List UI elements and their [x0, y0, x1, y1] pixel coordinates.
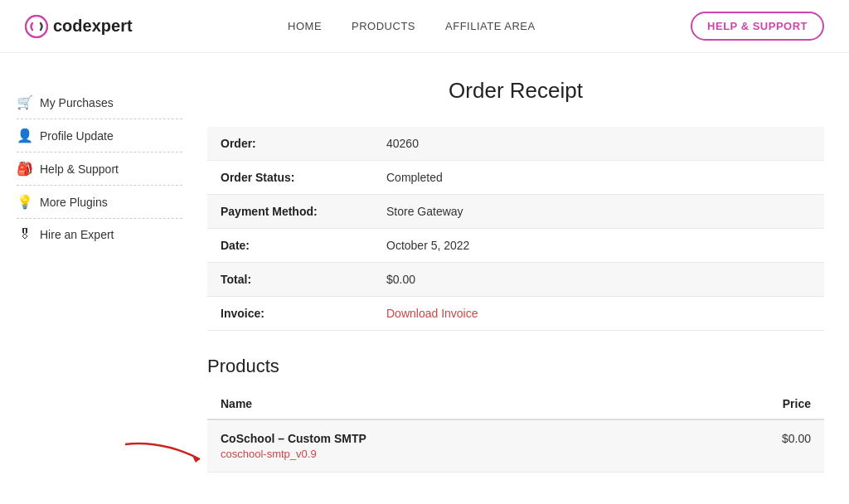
header: codexpert HOME PRODUCTS AFFILIATE AREA H…	[0, 0, 849, 53]
sidebar-label-hire-expert: Hire an Expert	[40, 228, 114, 241]
product-price-cell: $0.00	[674, 419, 825, 472]
order-label-status: Order Status:	[207, 161, 373, 195]
order-value-order: 40260	[373, 127, 824, 161]
order-row-number: Order: 40260	[207, 127, 824, 161]
product-name-cell: CoSchool – Custom SMTP coschool-smtp_v0.…	[207, 419, 674, 472]
sidebar-label-profile-update: Profile Update	[40, 129, 114, 143]
order-label-payment: Payment Method:	[207, 195, 373, 229]
help-support-button[interactable]: HELP & SUPPORT	[691, 12, 824, 41]
red-arrow	[113, 436, 221, 469]
order-value-date: October 5, 2022	[373, 229, 824, 263]
products-table: Name Price CoSchool – Custom SMTP	[207, 389, 824, 472]
order-value-total: $0.00	[373, 263, 824, 297]
expert-icon: 🎖	[17, 227, 33, 242]
product-row: CoSchool – Custom SMTP coschool-smtp_v0.…	[207, 419, 824, 472]
plugins-icon: 💡	[17, 194, 33, 210]
purchases-icon: 🛒	[17, 94, 33, 110]
help-icon: 🎒	[17, 161, 33, 177]
order-label-date: Date:	[207, 229, 373, 263]
order-value-payment: Store Gateway	[373, 195, 824, 229]
logo-icon	[25, 15, 48, 38]
order-row-invoice: Invoice: Download Invoice	[207, 297, 824, 331]
svg-point-0	[26, 16, 47, 37]
page-title: Order Receipt	[207, 78, 824, 104]
order-row-status: Order Status: Completed	[207, 161, 824, 195]
order-table: Order: 40260 Order Status: Completed Pay…	[207, 127, 824, 331]
order-row-payment: Payment Method: Store Gateway	[207, 195, 824, 229]
profile-icon: 👤	[17, 128, 33, 143]
order-label-order: Order:	[207, 127, 373, 161]
product-name-container: CoSchool – Custom SMTP coschool-smtp_v0.…	[221, 432, 661, 460]
sidebar-item-hire-expert[interactable]: 🎖 Hire an Expert	[17, 219, 182, 250]
nav-home[interactable]: HOME	[288, 20, 322, 32]
order-label-total: Total:	[207, 263, 373, 297]
main-nav: HOME PRODUCTS AFFILIATE AREA	[288, 20, 536, 32]
logo-text: codexpert	[53, 17, 133, 36]
products-col-price: Price	[674, 389, 825, 419]
sidebar-label-more-plugins: More Plugins	[40, 196, 108, 209]
main-content: Order Receipt Order: 40260 Order Status:…	[207, 78, 824, 472]
order-row-date: Date: October 5, 2022	[207, 229, 824, 263]
nav-products[interactable]: PRODUCTS	[352, 20, 415, 32]
product-download-link[interactable]: coschool-smtp_v0.9	[221, 448, 317, 460]
sidebar-item-more-plugins[interactable]: 💡 More Plugins	[17, 186, 182, 219]
page-body: 🛒 My Purchases 👤 Profile Update 🎒 Help &…	[0, 53, 849, 497]
logo[interactable]: codexpert	[25, 15, 133, 38]
sidebar-label-my-purchases: My Purchases	[40, 96, 114, 109]
order-value-status: Completed	[373, 161, 824, 195]
sidebar-item-profile-update[interactable]: 👤 Profile Update	[17, 119, 182, 153]
order-label-invoice: Invoice:	[207, 297, 373, 331]
nav-affiliate[interactable]: AFFILIATE AREA	[445, 20, 536, 32]
products-table-header: Name Price	[207, 389, 824, 419]
order-row-total: Total: $0.00	[207, 263, 824, 297]
sidebar-item-my-purchases[interactable]: 🛒 My Purchases	[17, 86, 182, 119]
products-col-name: Name	[207, 389, 674, 419]
sidebar: 🛒 My Purchases 👤 Profile Update 🎒 Help &…	[17, 78, 182, 472]
products-title: Products	[207, 356, 824, 377]
sidebar-label-help-support: Help & Support	[40, 162, 119, 176]
order-value-invoice: Download Invoice	[373, 297, 824, 331]
sidebar-item-help-support[interactable]: 🎒 Help & Support	[17, 153, 182, 186]
download-invoice-link[interactable]: Download Invoice	[386, 307, 478, 320]
product-name: CoSchool – Custom SMTP	[221, 432, 661, 445]
